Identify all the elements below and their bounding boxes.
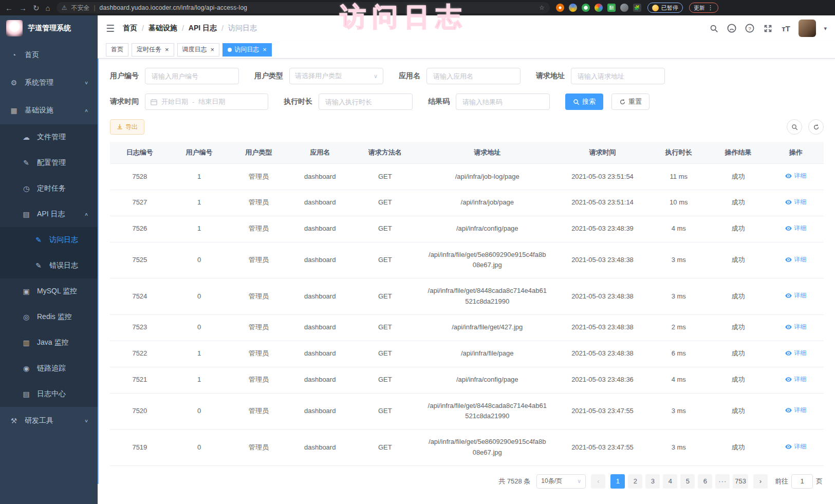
date-range-picker[interactable]: 开始日期 - 结束日期 bbox=[145, 94, 268, 110]
page-button-5[interactable]: 5 bbox=[680, 474, 695, 489]
fullscreen-icon[interactable] bbox=[763, 23, 773, 33]
kebab-menu-icon[interactable]: ⋮ bbox=[708, 4, 714, 11]
sidebar-item-链路追踪[interactable]: ◉链路追踪 bbox=[0, 356, 98, 381]
forward-icon[interactable]: → bbox=[19, 4, 27, 12]
tab-定时任务[interactable]: 定时任务× bbox=[132, 43, 174, 57]
detail-link[interactable]: 详细 bbox=[785, 375, 806, 384]
page-button-753[interactable]: 753 bbox=[733, 474, 748, 489]
extension-icon[interactable] bbox=[556, 4, 564, 12]
sidebar-item-错误日志[interactable]: ✎错误日志 bbox=[0, 253, 98, 278]
address-bar[interactable]: ⚠ 不安全 | dashboard.yudao.iocoder.cn/infra… bbox=[57, 2, 550, 13]
goto-page-input[interactable] bbox=[791, 474, 813, 489]
cell-request-url: /api/infra/job-log/page bbox=[418, 164, 556, 190]
duration-input[interactable] bbox=[319, 94, 413, 110]
font-size-icon[interactable]: ᴛT bbox=[781, 23, 791, 33]
extension-icon[interactable] bbox=[582, 4, 590, 12]
sidebar-item-MySQL 监控[interactable]: ▣MySQL 监控 bbox=[0, 278, 98, 304]
help-icon[interactable]: ? bbox=[745, 23, 755, 33]
extension-icon[interactable] bbox=[595, 4, 603, 12]
breadcrumb-item[interactable]: 首页 bbox=[123, 24, 137, 33]
page-button-2[interactable]: 2 bbox=[628, 474, 642, 489]
sidebar-item-配置管理[interactable]: ✎配置管理 bbox=[0, 150, 98, 176]
page-button-3[interactable]: 3 bbox=[645, 474, 660, 489]
user-id-input[interactable] bbox=[145, 68, 239, 84]
tab-调度日志[interactable]: 调度日志× bbox=[177, 43, 220, 57]
sidebar-item-日志中心[interactable]: ▤日志中心 bbox=[0, 381, 98, 407]
github-icon[interactable] bbox=[727, 23, 737, 33]
detail-link[interactable]: 详细 bbox=[785, 442, 806, 452]
extension-icon[interactable] bbox=[620, 4, 628, 12]
refresh-button[interactable] bbox=[808, 119, 824, 135]
puzzle-extension-icon[interactable]: 🧩 bbox=[633, 4, 641, 12]
detail-link[interactable]: 详细 bbox=[785, 255, 806, 265]
home-icon[interactable]: ⌂ bbox=[46, 4, 50, 12]
page-size-select[interactable]: 10条/页 ∨ bbox=[536, 474, 586, 489]
search-button[interactable]: 搜索 bbox=[565, 94, 603, 110]
close-icon[interactable]: × bbox=[263, 46, 267, 53]
detail-link[interactable]: 详细 bbox=[785, 348, 806, 358]
tab-访问日志[interactable]: 访问日志× bbox=[222, 43, 272, 57]
detail-link[interactable]: 详细 bbox=[785, 322, 806, 332]
sidebar-item-Java 监控[interactable]: ▥Java 监控 bbox=[0, 330, 98, 356]
sidebar-item-文件管理[interactable]: ☁文件管理 bbox=[0, 124, 98, 150]
request-url-input[interactable] bbox=[571, 68, 665, 84]
bookmark-star-icon[interactable]: ☆ bbox=[539, 4, 545, 11]
sidebar-item-系统管理[interactable]: ⚙系统管理∨ bbox=[0, 69, 98, 97]
result-code-input[interactable] bbox=[456, 94, 550, 110]
cell-user-id: 1 bbox=[170, 367, 229, 393]
sidebar-item-首页[interactable]: ◔首页 bbox=[0, 41, 98, 69]
breadcrumb-item[interactable]: API 日志 bbox=[189, 24, 217, 33]
calendar-icon bbox=[151, 99, 157, 105]
export-button[interactable]: 导出 bbox=[110, 119, 144, 135]
detail-link[interactable]: 详细 bbox=[785, 223, 806, 233]
pager-more-icon[interactable]: ··· bbox=[715, 474, 730, 489]
redis-icon: ◎ bbox=[22, 313, 31, 321]
sidebar-item-基础设施[interactable]: ▦基础设施∧ bbox=[0, 97, 98, 124]
cell-user-type: 管理员 bbox=[229, 430, 288, 466]
column-header: 请求方法名 bbox=[351, 142, 418, 164]
toggle-search-button[interactable] bbox=[787, 119, 802, 135]
app-logo-row[interactable]: 芋道管理系统 bbox=[0, 15, 98, 41]
cloud-upload-icon: ☁ bbox=[22, 133, 31, 141]
sidebar-item-Redis 监控[interactable]: ◎Redis 监控 bbox=[0, 304, 98, 330]
search-icon bbox=[573, 99, 580, 105]
detail-link[interactable]: 详细 bbox=[785, 405, 806, 415]
detail-link[interactable]: 详细 bbox=[785, 171, 806, 181]
page-button-6[interactable]: 6 bbox=[698, 474, 712, 489]
breadcrumb-item[interactable]: 基础设施 bbox=[149, 24, 177, 33]
cell-duration: 4 ms bbox=[649, 367, 709, 393]
tab-首页[interactable]: 首页 bbox=[106, 43, 128, 57]
close-icon[interactable]: × bbox=[211, 46, 215, 53]
translate-extension-icon[interactable]: 翻 bbox=[607, 4, 616, 12]
extension-icon[interactable] bbox=[569, 4, 577, 12]
cell-user-type: 管理员 bbox=[229, 190, 288, 216]
next-page-button[interactable]: › bbox=[753, 474, 768, 489]
chevron-down-icon[interactable]: ▾ bbox=[824, 25, 827, 32]
cell-action: 详细 bbox=[768, 430, 824, 466]
sidebar-item-研发工具[interactable]: ⚒研发工具∨ bbox=[0, 407, 98, 435]
prev-page-button[interactable]: ‹ bbox=[591, 474, 605, 489]
hamburger-icon[interactable]: ☰ bbox=[106, 23, 115, 34]
sidebar-item-访问日志[interactable]: ✎访问日志 bbox=[0, 227, 98, 253]
detail-label: 详细 bbox=[794, 291, 806, 301]
detail-link[interactable]: 详细 bbox=[785, 197, 806, 207]
close-icon[interactable]: × bbox=[165, 46, 169, 53]
sidebar-item-API 日志[interactable]: ▤API 日志∧ bbox=[0, 201, 98, 227]
back-icon[interactable]: ← bbox=[5, 4, 13, 12]
update-button[interactable]: 更新 ⋮ bbox=[689, 3, 718, 13]
search-icon[interactable] bbox=[709, 23, 719, 33]
user-type-select[interactable]: 请选择用户类型 ∨ bbox=[289, 68, 383, 84]
detail-link[interactable]: 详细 bbox=[785, 291, 806, 301]
page-button-4[interactable]: 4 bbox=[663, 474, 677, 489]
page-button-1[interactable]: 1 bbox=[610, 474, 625, 489]
user-avatar[interactable] bbox=[799, 20, 816, 37]
column-header: 请求地址 bbox=[418, 142, 556, 164]
start-date-placeholder: 开始日期 bbox=[161, 97, 188, 106]
sidebar-item-定时任务[interactable]: ◷定时任务 bbox=[0, 176, 98, 201]
paused-badge[interactable]: 已暂停 bbox=[647, 3, 683, 13]
app-name-input[interactable] bbox=[426, 68, 521, 84]
reload-icon[interactable]: ↻ bbox=[33, 4, 40, 12]
cell-user-id: 0 bbox=[170, 242, 229, 278]
sidebar-item-label: 首页 bbox=[25, 50, 39, 60]
reset-button[interactable]: 重置 bbox=[611, 94, 650, 110]
